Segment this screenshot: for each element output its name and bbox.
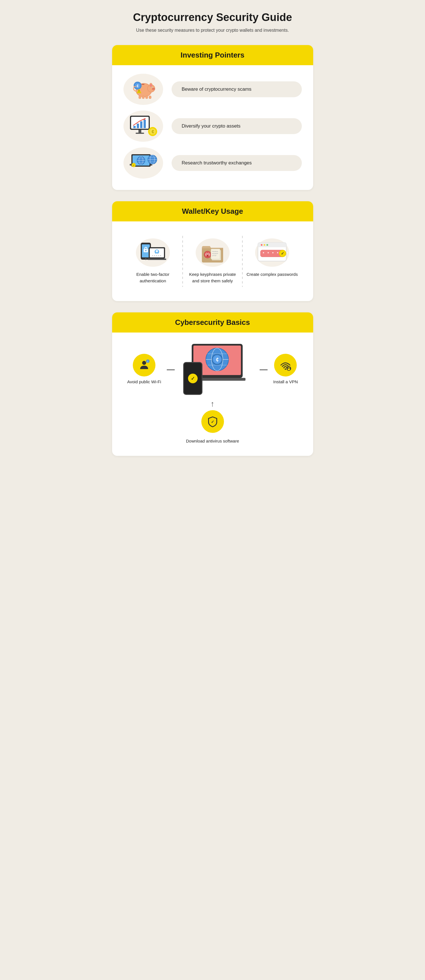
- svg-rect-10: [139, 96, 141, 99]
- cyber-title: Cybersecurity Basics: [121, 318, 304, 327]
- svg-point-75: [261, 244, 262, 246]
- svg-rect-22: [136, 133, 144, 134]
- wallet-grid: Enable two-factor authentication: [124, 230, 302, 290]
- svg-rect-9: [141, 84, 144, 85]
- cyber-top-row: i Avoid public Wi-Fi —: [127, 344, 298, 395]
- wifi-person-icon-circle: i: [133, 354, 155, 377]
- investing-label-3: Research trustworthy exchanges: [171, 155, 302, 171]
- svg-rect-25: [140, 121, 143, 128]
- svg-point-2: [152, 88, 155, 90]
- page-title: Cryptocurrency Security Guide: [112, 11, 313, 24]
- svg-point-8: [150, 84, 152, 87]
- svg-text:!: !: [138, 90, 139, 93]
- investing-item-2: ₵ Diversify your crypto assets: [124, 111, 302, 142]
- investing-label-1: Beware of cryptocurrency scams: [171, 81, 302, 97]
- cyber-device-wrap: ₵ ✓: [180, 344, 254, 395]
- svg-rect-98: [288, 369, 290, 370]
- wallet-item-2: * * * * * * * * * * * Keep keyphrases pr…: [183, 233, 242, 290]
- cyber-wifi-item: i Avoid public Wi-Fi: [127, 354, 161, 385]
- svg-point-6: [151, 87, 152, 88]
- laptop-globe-icon: ✓: [127, 150, 159, 177]
- cyber-header: Cybersecurity Basics: [112, 312, 313, 332]
- page-subtitle: Use these security measures to protect y…: [112, 27, 313, 34]
- svg-point-56: [152, 255, 153, 256]
- svg-text:₵: ₵: [136, 84, 139, 88]
- cyber-layout: i Avoid public Wi-Fi —: [124, 341, 302, 444]
- svg-rect-74: [258, 245, 286, 247]
- svg-point-4: [154, 88, 154, 89]
- shield-icon: ✓: [206, 415, 219, 428]
- svg-point-57: [154, 255, 155, 256]
- piggy-bank-icon-wrap: ₵ !: [124, 74, 163, 105]
- chart-icon: ₵: [128, 113, 159, 139]
- folder-key-icon: * * * * * * * * * * *: [199, 240, 226, 265]
- cyber-wifi-label: Avoid public Wi-Fi: [127, 379, 161, 385]
- cyber-antivirus-label: Download antivirus software: [186, 438, 239, 444]
- svg-rect-26: [144, 119, 146, 128]
- svg-point-76: [263, 244, 265, 246]
- svg-rect-13: [149, 96, 151, 99]
- svg-rect-23: [133, 126, 136, 128]
- investing-label-2: Diversify your crypto assets: [171, 118, 302, 134]
- investing-item-3: ✓ Research trustworthy exchanges: [124, 147, 302, 178]
- svg-rect-53: [147, 259, 166, 260]
- investing-body: ₵ ! Beware of cryptocurrency scams: [112, 65, 313, 190]
- svg-point-82: [142, 361, 146, 365]
- svg-rect-24: [137, 124, 139, 128]
- svg-point-58: [156, 255, 157, 256]
- svg-text:✓: ✓: [211, 420, 214, 424]
- investing-title: Investing Pointers: [121, 51, 304, 59]
- svg-rect-21: [138, 130, 141, 133]
- cyber-phone: ✓: [183, 362, 203, 395]
- svg-rect-12: [146, 96, 148, 99]
- investing-item-1: ₵ ! Beware of cryptocurrency scams: [124, 74, 302, 105]
- wallet-title: Wallet/Key Usage: [121, 207, 304, 216]
- wallet-body: Enable two-factor authentication: [112, 221, 313, 301]
- investing-list: ₵ ! Beware of cryptocurrency scams: [124, 74, 302, 178]
- cyber-vpn-item: Install a VPN: [273, 354, 298, 385]
- investing-header: Investing Pointers: [112, 45, 313, 65]
- svg-text:₵: ₵: [216, 357, 219, 362]
- cyber-center: ₵ ✓: [180, 344, 254, 395]
- wifi-person-icon: i: [138, 359, 151, 371]
- shield-icon-circle: ✓: [201, 410, 224, 433]
- svg-point-50: [145, 250, 146, 251]
- svg-point-48: [145, 258, 147, 260]
- svg-point-59: [158, 255, 159, 256]
- cyber-arrow-right: —: [260, 365, 268, 374]
- phone-check-icon: ✓: [188, 374, 198, 383]
- cyber-antivirus-item: ✓ Download antivirus software: [186, 410, 239, 444]
- svg-point-55: [156, 250, 158, 252]
- svg-rect-11: [142, 96, 144, 99]
- svg-point-60: [160, 255, 161, 256]
- cyber-vpn-label: Install a VPN: [273, 379, 298, 385]
- cyber-down-arrow: ↑: [211, 399, 215, 409]
- password-icon: * * * * * * * * * * ✓: [257, 240, 288, 265]
- wifi-lock-icon-circle: [274, 354, 297, 377]
- password-icon-wrap: * * * * * * * * * * ✓: [255, 239, 289, 267]
- laptop-globe-icon-wrap: ✓: [124, 147, 163, 178]
- svg-text:i: i: [147, 360, 148, 363]
- wifi-lock-icon: [279, 359, 292, 371]
- folder-key-icon-wrap: * * * * * * * * * * *: [196, 239, 230, 267]
- investing-section: Investing Pointers: [112, 45, 313, 190]
- cyber-arrow-left: —: [167, 365, 175, 374]
- wallet-label-3: Create complex passwords: [247, 271, 298, 278]
- svg-rect-63: [206, 255, 209, 257]
- svg-text:✓: ✓: [281, 251, 284, 256]
- svg-text:₵: ₵: [151, 129, 154, 134]
- wallet-section: Wallet/Key Usage: [112, 201, 313, 301]
- wallet-label-2: Keep keyphrases private and store them s…: [186, 271, 239, 284]
- svg-text:✓: ✓: [133, 164, 135, 167]
- piggy-bank-icon: ₵ !: [129, 76, 157, 102]
- wallet-item-1: Enable two-factor authentication: [124, 233, 182, 290]
- 2fa-icon-wrap: [136, 239, 170, 267]
- svg-text:* * *: * * *: [212, 255, 216, 258]
- svg-point-77: [266, 244, 268, 246]
- cyber-body: i Avoid public Wi-Fi —: [112, 332, 313, 456]
- wallet-header: Wallet/Key Usage: [112, 201, 313, 221]
- 2fa-icon: [138, 240, 168, 265]
- cyber-section: Cybersecurity Basics i: [112, 312, 313, 456]
- wallet-label-1: Enable two-factor authentication: [126, 271, 180, 284]
- svg-point-96: [285, 368, 286, 370]
